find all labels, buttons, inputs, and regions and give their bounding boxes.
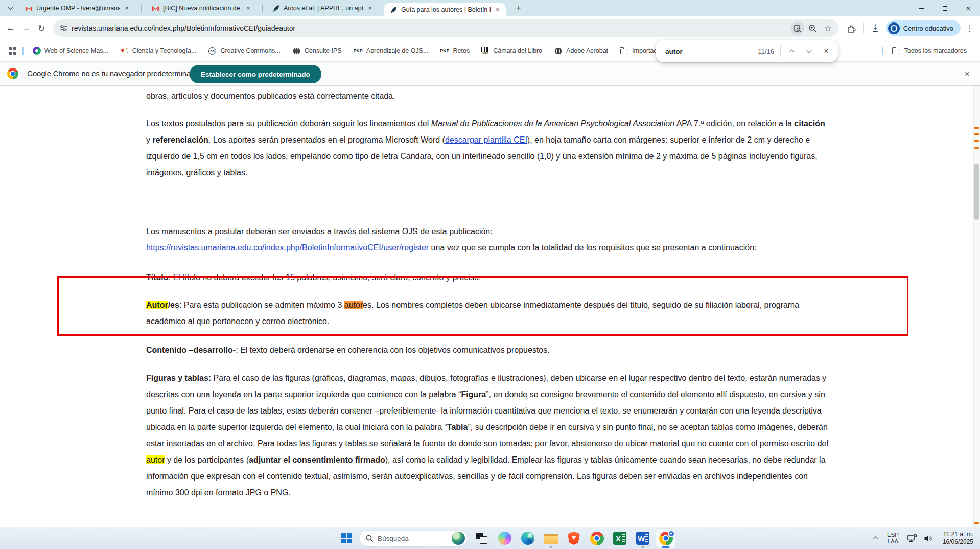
bookmark-web-of-science[interactable]: Web of Science Mas... [29, 44, 112, 57]
tab-urgente-omp[interactable]: Urgente OMP - Ivera@umarian × [19, 0, 135, 16]
reading-list-bar-icon [22, 47, 24, 55]
tab-close-icon[interactable]: × [244, 4, 252, 12]
puzzle-icon [847, 24, 856, 33]
close-button[interactable]: × [956, 0, 980, 16]
close-icon: × [966, 5, 971, 12]
bookmark-camara-del-libro[interactable]: isbn Cámara del Libro [478, 45, 546, 56]
chrome-button[interactable] [587, 528, 607, 548]
paragraph: Los textos postulados para su publicació… [146, 116, 829, 181]
find-query-input[interactable]: autor [665, 48, 758, 55]
quill-icon [272, 4, 280, 12]
restore-button[interactable] [933, 0, 956, 16]
bookmark-consulte-ips[interactable]: Consulte IPS [289, 44, 345, 57]
profile-chip[interactable]: Centro educativo [886, 20, 961, 36]
scrollbar-thumb[interactable] [974, 164, 979, 220]
clock[interactable]: 11:21 a. m. 16/06/2025 [943, 531, 973, 546]
browser-menu-button[interactable]: ⋮ [964, 24, 976, 33]
extensions-button[interactable] [845, 21, 859, 35]
bookmark-retos[interactable]: PKP Retos [436, 45, 473, 56]
copilot-icon [498, 532, 511, 545]
find-close-button[interactable]: × [818, 42, 835, 60]
minimize-button[interactable] [909, 0, 933, 16]
desktop-screen: Urgente OMP - Ivera@umarian × [BIC] Nuev… [0, 0, 980, 549]
bookmark-aprendizaje-ojs[interactable]: PKP Aprendizaje de OJS... [350, 45, 432, 56]
task-view-icon [476, 533, 487, 544]
bookmark-label: Creative Commons... [220, 47, 280, 54]
chevron-up-icon [873, 537, 878, 542]
bookmark-star-button[interactable]: ☆ [821, 21, 835, 35]
tab-bic-notificacion[interactable]: [BIC] Nueva notificación de Bole × [146, 0, 256, 16]
site-settings-icon[interactable] [59, 24, 67, 32]
bookmarks-bar-right: Todos los marcadores [882, 40, 975, 61]
find-divider [780, 45, 781, 57]
tab-close-icon[interactable]: × [366, 4, 374, 12]
hidden-icons-button[interactable] [869, 532, 882, 545]
tab-arcos-appre[interactable]: Arcos et al. | APPRE, un aplicativ × [267, 0, 378, 16]
bookmark-creative-commons[interactable]: cc Creative Commons... [204, 44, 284, 57]
close-icon: × [824, 47, 828, 56]
taskbar-search[interactable]: Búsqueda [359, 530, 468, 546]
text-run: : Para esta publicación se admiten máxim… [179, 301, 344, 309]
globe-icon [554, 47, 563, 55]
tab-close-icon[interactable]: × [123, 4, 131, 12]
page-link[interactable]: descargar plantilla CEI [445, 135, 527, 144]
network-button[interactable] [906, 532, 919, 545]
text-run: Figuras y tablas: [146, 374, 211, 382]
apps-grid-button[interactable] [8, 47, 17, 55]
tab-search-button[interactable] [4, 3, 16, 14]
text-run: Autor [146, 301, 168, 309]
chevron-up-icon [789, 50, 794, 55]
forward-button[interactable]: → [18, 20, 34, 36]
task-view-button[interactable] [472, 528, 492, 548]
start-button[interactable] [336, 528, 357, 548]
text-run: Manual de Publicaciones de la American P… [431, 119, 674, 128]
chrome-active-button[interactable]: + [656, 528, 676, 548]
infobar-close-button[interactable]: × [961, 68, 973, 80]
find-in-page-button[interactable] [790, 21, 805, 35]
set-default-browser-button[interactable]: Establecer como predeterminado [190, 65, 321, 83]
url-text[interactable]: revistas.umariana.edu.co/index.php/Bolet… [72, 24, 789, 32]
chevron-down-icon [8, 5, 13, 10]
tab-guia-autores-active[interactable]: Guía para los autores | Boletín I × [384, 3, 506, 16]
edge-button[interactable] [518, 528, 538, 548]
all-bookmarks-button[interactable]: Todos los marcadores [889, 44, 970, 57]
text-run: Tabla [447, 423, 468, 431]
paragraph: obras, artículos y documentos publicados… [146, 88, 829, 104]
find-next-button[interactable] [800, 42, 818, 60]
new-tab-button[interactable]: + [512, 2, 525, 14]
find-previous-button[interactable] [783, 42, 800, 60]
page-link[interactable]: https://revistas.umariana.edu.co/index.p… [146, 243, 429, 252]
active-window-indicator [662, 546, 670, 548]
bookmark-ciencia-tecnologia[interactable]: Ciencia y Tecnología... [116, 44, 200, 57]
file-explorer-button[interactable] [541, 528, 561, 548]
reload-button[interactable]: ↻ [34, 20, 49, 36]
text-run: citación [794, 119, 825, 128]
bookmark-adobe-acrobat[interactable]: Adobe Acrobat [550, 44, 612, 57]
bookmark-label: Retos [453, 47, 470, 54]
address-bar[interactable]: revistas.umariana.edu.co/index.php/Bolet… [53, 19, 838, 37]
page-scrollbar[interactable] [973, 86, 980, 527]
downloads-button[interactable]: ↓ [868, 20, 883, 36]
volume-button[interactable] [922, 532, 935, 545]
bookmark-label: Web of Science Mas... [44, 47, 108, 54]
find-match-marker [974, 133, 979, 135]
pkp-icon: PKP [440, 48, 449, 53]
brave-button[interactable] [564, 528, 584, 548]
chevron-down-icon [806, 48, 811, 53]
word-button[interactable]: W [633, 528, 653, 548]
restore-icon [943, 6, 947, 11]
tab-close-icon[interactable]: × [494, 6, 502, 14]
text-run: : El título no deberá exceder las 15 pal… [169, 273, 481, 282]
back-button[interactable]: ← [3, 20, 18, 36]
bookmark-label: Aprendizaje de OJS... [366, 47, 429, 54]
copilot-button[interactable] [495, 528, 515, 548]
windows-logo-icon [341, 533, 352, 543]
lang-line2: LAA [888, 538, 899, 544]
file-explorer-icon [544, 534, 558, 544]
excel-button[interactable]: X [610, 528, 630, 548]
zoom-button[interactable] [806, 21, 820, 35]
language-indicator[interactable]: ESP LAA [887, 532, 899, 545]
text-run: /es [168, 301, 179, 309]
download-icon: ↓ [872, 24, 878, 31]
find-match-marker [974, 127, 979, 129]
